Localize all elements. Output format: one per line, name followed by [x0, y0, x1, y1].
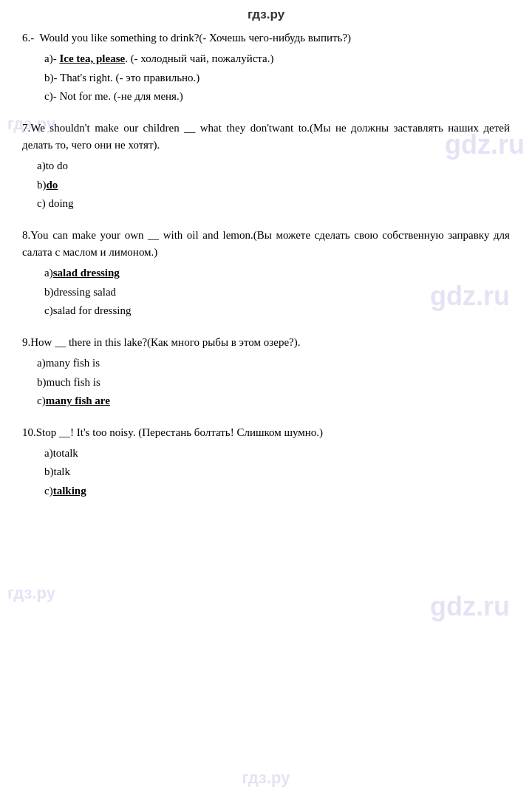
question-8-option-c: c)salad for dressing — [44, 301, 510, 321]
question-7-block: 7.We shouldn't make our children __ what… — [22, 120, 510, 214]
question-10-options: a)totalk b)talk c)talking — [44, 444, 510, 501]
question-8-option-b: b)dressing salad — [44, 283, 510, 302]
question-6-correct: Ice tea, please — [59, 52, 125, 64]
question-6-option-a: a)- Ice tea, please. (- холодный чай, по… — [44, 50, 510, 69]
question-10-option-a: a)totalk — [44, 444, 510, 463]
question-6-block: 6.- Would you like something to drink?(-… — [22, 30, 510, 106]
question-8-block: 8.You can make your own __ with oil and … — [22, 227, 510, 321]
question-8-correct: salad dressing — [53, 267, 120, 279]
question-6-option-b: b)- That's right. (- это правильно.) — [44, 69, 510, 88]
question-6-text: 6.- Would you like something to drink?(-… — [22, 30, 510, 47]
question-7-option-c: c) doing — [37, 194, 510, 214]
question-10-option-c: c)talking — [44, 482, 510, 501]
question-7-text: 7.We shouldn't make our children __ what… — [22, 120, 510, 154]
question-6-option-c: c)- Not for me. (-не для меня.) — [44, 87, 510, 106]
question-9-option-c: c)many fish are — [37, 392, 510, 411]
question-7-option-a: a)to do — [37, 157, 510, 176]
question-9-option-b: b)much fish is — [37, 373, 510, 392]
question-9-option-a: a)many fish is — [37, 354, 510, 373]
page-content: гдз.ру 6.- Would you like something to d… — [0, 0, 532, 536]
question-8-text: 8.You can make your own __ with oil and … — [22, 227, 510, 262]
watermark-bottom-left: гдз.ру — [7, 584, 55, 603]
question-10-block: 10.Stop __! It's too noisy. (Перестань б… — [22, 424, 510, 501]
question-7-options: a)to do b)do c) doing — [37, 157, 510, 214]
question-10-option-b: b)talk — [44, 463, 510, 482]
question-6-options: a)- Ice tea, please. (- холодный чай, по… — [44, 50, 510, 106]
question-9-options: a)many fish is b)much fish is c)many fis… — [37, 354, 510, 411]
question-8-option-a: a)salad dressing — [44, 264, 510, 283]
question-9-text: 9.How __ there in this lake?(Как много р… — [22, 334, 510, 351]
question-10-text: 10.Stop __! It's too noisy. (Перестань б… — [22, 424, 510, 441]
site-header: гдз.ру — [22, 7, 510, 22]
watermark-bottom-right: gdz.ru — [430, 591, 510, 622]
watermark-footer: гдз.ру — [242, 768, 290, 788]
site-header-text: гдз.ру — [248, 7, 284, 21]
question-9-block: 9.How __ there in this lake?(Как много р… — [22, 334, 510, 411]
question-7-option-b: b)do — [37, 176, 510, 195]
question-9-correct: many fish are — [46, 395, 110, 406]
question-8-options: a)salad dressing b)dressing salad c)sala… — [44, 264, 510, 321]
question-10-correct: talking — [53, 485, 86, 497]
question-7-correct: do — [47, 179, 58, 191]
